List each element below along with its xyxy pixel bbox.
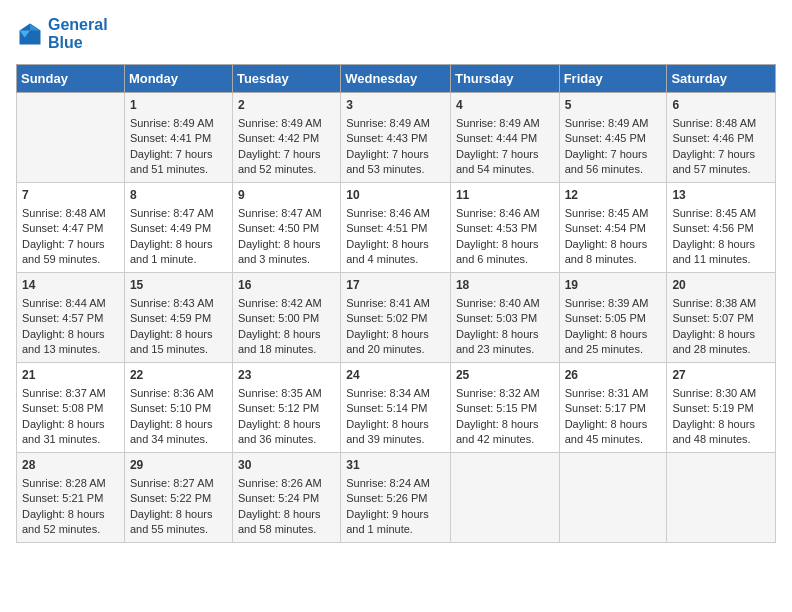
cell-info-line: Daylight: 8 hours [238, 507, 335, 522]
calendar-cell: 31Sunrise: 8:24 AMSunset: 5:26 PMDayligh… [341, 453, 451, 543]
calendar-table: SundayMondayTuesdayWednesdayThursdayFrid… [16, 64, 776, 543]
cell-info-line: and 58 minutes. [238, 522, 335, 537]
calendar-cell: 16Sunrise: 8:42 AMSunset: 5:00 PMDayligh… [232, 273, 340, 363]
week-row-4: 21Sunrise: 8:37 AMSunset: 5:08 PMDayligh… [17, 363, 776, 453]
cell-info-line: Sunrise: 8:35 AM [238, 386, 335, 401]
cell-info-line: Sunset: 5:17 PM [565, 401, 662, 416]
cell-info-line: Sunrise: 8:41 AM [346, 296, 445, 311]
calendar-cell: 8Sunrise: 8:47 AMSunset: 4:49 PMDaylight… [124, 183, 232, 273]
cell-info-line: and 51 minutes. [130, 162, 227, 177]
calendar-cell: 23Sunrise: 8:35 AMSunset: 5:12 PMDayligh… [232, 363, 340, 453]
day-number: 12 [565, 187, 662, 204]
cell-info-line: Daylight: 8 hours [238, 327, 335, 342]
cell-info-line: Sunrise: 8:43 AM [130, 296, 227, 311]
cell-info-line: and 45 minutes. [565, 432, 662, 447]
calendar-cell: 22Sunrise: 8:36 AMSunset: 5:10 PMDayligh… [124, 363, 232, 453]
cell-info-line: and 3 minutes. [238, 252, 335, 267]
cell-info-line: and 28 minutes. [672, 342, 770, 357]
calendar-cell: 2Sunrise: 8:49 AMSunset: 4:42 PMDaylight… [232, 93, 340, 183]
cell-info-line: Sunset: 5:05 PM [565, 311, 662, 326]
cell-info-line: Daylight: 7 hours [22, 237, 119, 252]
cell-info-line: Sunset: 5:15 PM [456, 401, 554, 416]
calendar-cell: 4Sunrise: 8:49 AMSunset: 4:44 PMDaylight… [450, 93, 559, 183]
calendar-cell: 25Sunrise: 8:32 AMSunset: 5:15 PMDayligh… [450, 363, 559, 453]
calendar-cell: 15Sunrise: 8:43 AMSunset: 4:59 PMDayligh… [124, 273, 232, 363]
cell-info-line: Sunrise: 8:24 AM [346, 476, 445, 491]
cell-info-line: Sunrise: 8:49 AM [565, 116, 662, 131]
cell-info-line: Sunrise: 8:49 AM [346, 116, 445, 131]
cell-info-line: Daylight: 8 hours [22, 507, 119, 522]
day-number: 19 [565, 277, 662, 294]
day-number: 15 [130, 277, 227, 294]
cell-info-line: Daylight: 8 hours [346, 327, 445, 342]
calendar-cell [450, 453, 559, 543]
cell-info-line: and 23 minutes. [456, 342, 554, 357]
cell-info-line: Sunset: 4:42 PM [238, 131, 335, 146]
cell-info-line: Sunset: 5:24 PM [238, 491, 335, 506]
cell-info-line: Sunset: 4:56 PM [672, 221, 770, 236]
calendar-cell: 5Sunrise: 8:49 AMSunset: 4:45 PMDaylight… [559, 93, 667, 183]
cell-info-line: Sunset: 5:07 PM [672, 311, 770, 326]
cell-info-line: Sunset: 5:12 PM [238, 401, 335, 416]
calendar-cell [559, 453, 667, 543]
week-row-1: 1Sunrise: 8:49 AMSunset: 4:41 PMDaylight… [17, 93, 776, 183]
cell-info-line: Sunrise: 8:26 AM [238, 476, 335, 491]
cell-info-line: and 8 minutes. [565, 252, 662, 267]
cell-info-line: Sunset: 5:14 PM [346, 401, 445, 416]
cell-info-line: and 31 minutes. [22, 432, 119, 447]
day-number: 22 [130, 367, 227, 384]
cell-info-line: Sunrise: 8:34 AM [346, 386, 445, 401]
cell-info-line: Sunrise: 8:30 AM [672, 386, 770, 401]
cell-info-line: and 53 minutes. [346, 162, 445, 177]
cell-info-line: and 57 minutes. [672, 162, 770, 177]
day-number: 30 [238, 457, 335, 474]
cell-info-line: Sunset: 4:41 PM [130, 131, 227, 146]
cell-info-line: Sunset: 5:21 PM [22, 491, 119, 506]
calendar-cell: 18Sunrise: 8:40 AMSunset: 5:03 PMDayligh… [450, 273, 559, 363]
calendar-header: SundayMondayTuesdayWednesdayThursdayFrid… [17, 65, 776, 93]
day-header-thursday: Thursday [450, 65, 559, 93]
cell-info-line: Sunrise: 8:48 AM [22, 206, 119, 221]
cell-info-line: Sunset: 4:44 PM [456, 131, 554, 146]
cell-info-line: Sunrise: 8:32 AM [456, 386, 554, 401]
cell-info-line: Sunrise: 8:45 AM [672, 206, 770, 221]
calendar-cell: 30Sunrise: 8:26 AMSunset: 5:24 PMDayligh… [232, 453, 340, 543]
day-number: 8 [130, 187, 227, 204]
calendar-cell: 26Sunrise: 8:31 AMSunset: 5:17 PMDayligh… [559, 363, 667, 453]
cell-info-line: and 4 minutes. [346, 252, 445, 267]
calendar-cell: 28Sunrise: 8:28 AMSunset: 5:21 PMDayligh… [17, 453, 125, 543]
day-number: 28 [22, 457, 119, 474]
cell-info-line: Daylight: 8 hours [130, 417, 227, 432]
cell-info-line: and 13 minutes. [22, 342, 119, 357]
day-number: 17 [346, 277, 445, 294]
cell-info-line: Daylight: 7 hours [130, 147, 227, 162]
calendar-cell: 10Sunrise: 8:46 AMSunset: 4:51 PMDayligh… [341, 183, 451, 273]
cell-info-line: Sunset: 5:02 PM [346, 311, 445, 326]
day-number: 24 [346, 367, 445, 384]
day-number: 9 [238, 187, 335, 204]
cell-info-line: and 39 minutes. [346, 432, 445, 447]
day-number: 3 [346, 97, 445, 114]
calendar-cell: 9Sunrise: 8:47 AMSunset: 4:50 PMDaylight… [232, 183, 340, 273]
day-number: 13 [672, 187, 770, 204]
calendar-cell: 14Sunrise: 8:44 AMSunset: 4:57 PMDayligh… [17, 273, 125, 363]
cell-info-line: Daylight: 9 hours [346, 507, 445, 522]
calendar-cell: 20Sunrise: 8:38 AMSunset: 5:07 PMDayligh… [667, 273, 776, 363]
cell-info-line: Daylight: 7 hours [565, 147, 662, 162]
cell-info-line: Daylight: 8 hours [22, 417, 119, 432]
cell-info-line: Sunset: 5:10 PM [130, 401, 227, 416]
cell-info-line: Sunrise: 8:28 AM [22, 476, 119, 491]
cell-info-line: Daylight: 8 hours [456, 417, 554, 432]
cell-info-line: Sunset: 5:26 PM [346, 491, 445, 506]
cell-info-line: Daylight: 8 hours [565, 417, 662, 432]
week-row-5: 28Sunrise: 8:28 AMSunset: 5:21 PMDayligh… [17, 453, 776, 543]
cell-info-line: Daylight: 8 hours [346, 237, 445, 252]
day-number: 4 [456, 97, 554, 114]
cell-info-line: Sunset: 4:53 PM [456, 221, 554, 236]
day-number: 5 [565, 97, 662, 114]
svg-marker-1 [30, 24, 41, 31]
cell-info-line: Sunset: 5:19 PM [672, 401, 770, 416]
cell-info-line: Daylight: 8 hours [130, 237, 227, 252]
cell-info-line: and 34 minutes. [130, 432, 227, 447]
cell-info-line: Sunrise: 8:45 AM [565, 206, 662, 221]
